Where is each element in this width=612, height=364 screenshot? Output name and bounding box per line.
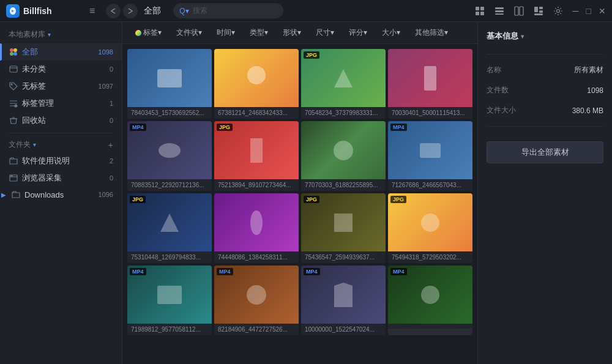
panel-row-size: 文件大小 380.6 MB bbox=[487, 103, 603, 117]
filter-tag-button[interactable]: 标签▾ bbox=[131, 26, 166, 40]
svg-point-27 bbox=[159, 143, 181, 158]
local-library-arrow[interactable]: ▾ bbox=[48, 31, 51, 38]
local-library-section: 本地素材库 ▾ bbox=[0, 27, 122, 43]
search-bar[interactable]: Q▾ 搜索 bbox=[173, 3, 283, 18]
filter-size-button[interactable]: 尺寸▾ bbox=[312, 26, 338, 40]
sidebar-divider bbox=[9, 133, 113, 133]
media-item-16[interactable]: MP4 bbox=[388, 266, 472, 335]
media-item-8[interactable]: MP4 71267686_2466567043... bbox=[388, 121, 472, 191]
filter-type-button[interactable]: 类型▾ bbox=[245, 26, 272, 40]
media-item-2[interactable]: 67381214_2468342433... bbox=[214, 49, 299, 119]
panel-divider-2 bbox=[487, 126, 603, 127]
menu-button[interactable]: ≡ bbox=[84, 3, 100, 19]
svg-rect-12 bbox=[539, 10, 543, 13]
filter-other-label: 其他筛选▾ bbox=[415, 28, 448, 38]
media-item-6[interactable]: JPG 75213894_89107273464... bbox=[214, 121, 299, 191]
media-filename-6: 75213894_89107273464... bbox=[214, 179, 299, 191]
filter-time-button[interactable]: 时间▾ bbox=[212, 26, 239, 40]
media-thumb-2 bbox=[214, 49, 299, 107]
maximize-button[interactable]: □ bbox=[586, 6, 591, 16]
minimize-button[interactable]: ─ bbox=[573, 6, 579, 16]
panel-row-name: 名称 所有素材 bbox=[487, 63, 603, 77]
panel-title-arrow[interactable]: ▾ bbox=[521, 33, 524, 40]
media-thumb-4 bbox=[388, 49, 472, 107]
add-folder-button[interactable]: + bbox=[108, 140, 113, 150]
sidebar-browser-count: 0 bbox=[110, 174, 113, 182]
panel-label-size: 文件大小 bbox=[487, 105, 516, 116]
svg-rect-5 bbox=[495, 10, 504, 12]
filter-rating-button[interactable]: 评分▾ bbox=[345, 26, 371, 40]
media-item-15[interactable]: MP4 10000000_1522547024... bbox=[301, 266, 386, 335]
filter-shape-button[interactable]: 形状▾ bbox=[278, 26, 305, 40]
sidebar-browser-label: 浏览器采集 bbox=[22, 173, 106, 184]
filter-filestatus-button[interactable]: 文件状▾ bbox=[172, 26, 206, 40]
svg-rect-18 bbox=[10, 66, 17, 72]
media-item-10[interactable]: 74448086_1384258311... bbox=[214, 193, 299, 263]
filter-filesize-label: 大小▾ bbox=[382, 28, 400, 38]
media-item-7[interactable]: 77070303_61882255895... bbox=[301, 121, 386, 191]
media-filename-2: 67381214_2468342433... bbox=[214, 107, 299, 119]
filter-size-label: 尺寸▾ bbox=[316, 28, 334, 38]
nav-forward-button[interactable] bbox=[123, 4, 138, 18]
filter-filesize-button[interactable]: 大小▾ bbox=[378, 26, 405, 40]
sidebar-item-recycle[interactable]: 回收站 0 bbox=[0, 112, 122, 129]
media-item-14[interactable]: MP4 82184906_4472727526... bbox=[214, 266, 299, 335]
svg-rect-1 bbox=[480, 7, 484, 10]
active-indicator bbox=[0, 43, 2, 61]
media-item-5[interactable]: MP4 70883512_22920712136... bbox=[127, 121, 212, 191]
sidebar-item-all[interactable]: 全部 1098 bbox=[0, 43, 122, 61]
media-filename-16 bbox=[388, 324, 472, 329]
media-badge-8: MP4 bbox=[390, 124, 407, 131]
settings-view-button[interactable] bbox=[551, 4, 565, 18]
filter-other-button[interactable]: 其他筛选▾ bbox=[411, 26, 452, 40]
sidebar-item-downloads[interactable]: ▶ Downloads 1096 bbox=[0, 187, 122, 202]
layout-view-button[interactable] bbox=[531, 4, 546, 18]
panel-value-name: 所有素材 bbox=[574, 65, 603, 75]
folder-arrow[interactable]: ▾ bbox=[33, 141, 36, 148]
svg-point-25 bbox=[247, 66, 266, 84]
list-view-button[interactable] bbox=[492, 4, 507, 18]
media-item-1[interactable]: 78403453_15730692562... bbox=[127, 49, 212, 119]
sidebar-item-unclassified[interactable]: 未分类 0 bbox=[0, 61, 122, 78]
export-button[interactable]: 导出全部素材 bbox=[487, 141, 603, 163]
sidebar-item-notag[interactable]: 无标签 1097 bbox=[0, 78, 122, 95]
sidebar-item-tagmanage[interactable]: 标签管理 1 bbox=[0, 95, 122, 112]
search-mode-selector[interactable]: Q▾ bbox=[179, 7, 188, 15]
media-badge-6: JPG bbox=[217, 124, 233, 131]
svg-point-13 bbox=[556, 9, 559, 12]
media-item-11[interactable]: JPG 75436547_2594939637... bbox=[301, 193, 386, 263]
sidebar-item-software-intro[interactable]: 软件使用说明 2 bbox=[0, 152, 122, 169]
media-badge-12: JPG bbox=[390, 196, 406, 203]
media-badge-9: JPG bbox=[130, 196, 146, 203]
svg-rect-8 bbox=[520, 7, 523, 15]
svg-point-15 bbox=[13, 48, 17, 52]
sidebar-tagmanage-label: 标签管理 bbox=[22, 98, 106, 109]
media-item-9[interactable]: JPG 75310448_1269794833... bbox=[127, 193, 212, 263]
sidebar-item-browser-collect[interactable]: 浏览器采集 0 bbox=[0, 169, 122, 187]
svg-point-17 bbox=[13, 52, 17, 56]
filter-tag-label: 标签▾ bbox=[143, 28, 162, 38]
svg-point-14 bbox=[10, 48, 13, 52]
app-logo: Billfish bbox=[6, 4, 80, 18]
folder-section-left: 文件夹 ▾ bbox=[9, 139, 36, 150]
window-controls: ─ □ ✕ bbox=[573, 6, 606, 16]
filter-time-label: 时间▾ bbox=[217, 28, 235, 38]
nav-back-button[interactable] bbox=[106, 4, 121, 18]
media-item-4[interactable]: 70030401_50001115413... bbox=[388, 49, 472, 119]
folder-section-label: 文件夹 bbox=[9, 139, 31, 150]
media-filename-7: 77070303_61882255895... bbox=[301, 179, 386, 191]
media-item-13[interactable]: MP4 71989812_9577058112... bbox=[127, 266, 212, 335]
detail-view-button[interactable] bbox=[512, 4, 526, 18]
main-container: 本地素材库 ▾ 全部 1098 bbox=[0, 22, 612, 364]
browser-icon bbox=[9, 173, 18, 183]
close-button[interactable]: ✕ bbox=[599, 6, 606, 16]
media-filename-9: 75310448_1269794833... bbox=[127, 251, 212, 263]
notag-icon bbox=[9, 81, 18, 91]
filter-shape-label: 形状▾ bbox=[283, 28, 301, 38]
downloads-folder-icon bbox=[11, 190, 21, 199]
media-item-12[interactable]: JPG 75494318_5729503202... bbox=[388, 193, 472, 263]
media-item-3[interactable]: JPG 70548234_37379983331... bbox=[301, 49, 386, 119]
grid-view-button[interactable] bbox=[472, 4, 487, 18]
app-name: Billfish bbox=[23, 6, 52, 16]
filter-filestatus-label: 文件状▾ bbox=[176, 28, 202, 38]
